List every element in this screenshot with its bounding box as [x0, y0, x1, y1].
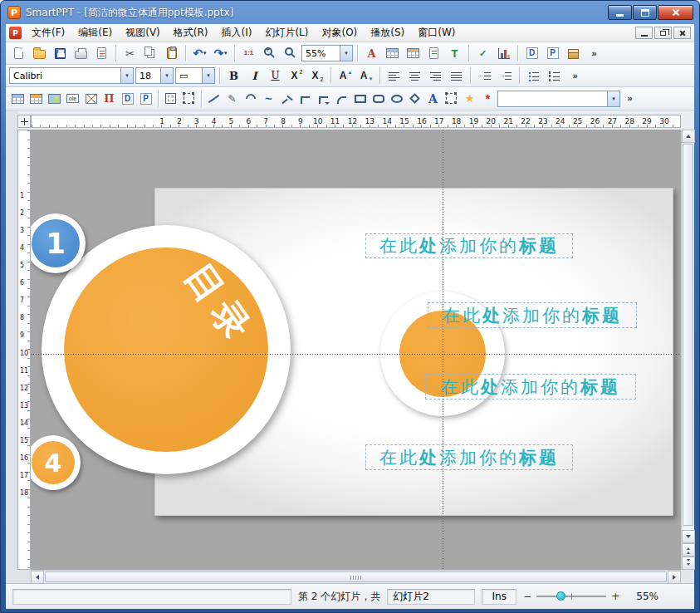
dropdown-arrow-icon[interactable]: ▾: [202, 68, 214, 83]
dropdown-arrow-icon[interactable]: ▾: [120, 68, 133, 83]
title-placeholder-3[interactable]: 在此处添加你的标题: [425, 374, 636, 400]
scroll-up-button[interactable]: [682, 130, 695, 143]
next-slide-button[interactable]: [682, 557, 695, 570]
bullets-button[interactable]: [524, 66, 543, 85]
zoom-in-button[interactable]: [260, 44, 279, 62]
menu-insert[interactable]: 插入(I): [215, 23, 259, 42]
toolbar-overflow-button[interactable]: »: [585, 44, 604, 62]
zoom-slider[interactable]: − +: [523, 591, 629, 602]
text-frame-button[interactable]: Π: [100, 90, 118, 108]
numbering-button[interactable]: [545, 66, 564, 85]
toc-circle-shape[interactable]: 目录: [42, 225, 291, 474]
zoom-out-button[interactable]: [281, 44, 300, 62]
align-right-button[interactable]: [426, 66, 445, 85]
connector-button[interactable]: [296, 90, 314, 108]
art-text-button[interactable]: A: [424, 90, 442, 108]
zoom-slider-track[interactable]: [536, 596, 606, 597]
increase-indent-button[interactable]: [496, 66, 515, 85]
close-button[interactable]: [658, 5, 693, 20]
horizontal-ruler[interactable]: 1234567891011121314151617181920212223242…: [31, 115, 681, 128]
text-tool-button[interactable]: T: [445, 44, 464, 62]
undo-button[interactable]: ↶▾: [190, 44, 209, 62]
scroll-left-button[interactable]: [31, 571, 44, 584]
font-combobox[interactable]: Calibri▾: [9, 67, 134, 84]
star-shape-button[interactable]: ★: [461, 90, 478, 108]
underline-button[interactable]: U: [266, 66, 285, 85]
menu-format[interactable]: 格式(R): [167, 23, 215, 42]
shape-effects-button[interactable]: *: [479, 90, 497, 108]
align-justify-button[interactable]: [447, 66, 466, 85]
layout-button[interactable]: P: [543, 44, 562, 62]
toolbar-overflow-button[interactable]: »: [565, 66, 585, 85]
mdi-close-button[interactable]: [673, 27, 691, 39]
zoom-out-control[interactable]: −: [523, 591, 531, 602]
redo-button[interactable]: ↷▾: [211, 44, 230, 62]
font-size-combobox[interactable]: 18▾: [135, 67, 174, 84]
table-draw-button[interactable]: [9, 90, 27, 108]
d-frame-button[interactable]: D: [119, 90, 136, 108]
freeform-button[interactable]: ✎: [223, 90, 241, 108]
chart-button[interactable]: [494, 44, 513, 62]
zoom-slider-knob[interactable]: [556, 591, 565, 601]
vertical-guide-line[interactable]: [443, 130, 443, 570]
menu-edit[interactable]: 编辑(E): [71, 23, 119, 42]
slide-canvas[interactable]: 目录 1 4 在此处添加你的标题 在此处添加你的标题 在此处添加你的标题 在此处…: [31, 130, 681, 570]
ruler-origin-button[interactable]: [17, 115, 31, 128]
open-button[interactable]: [30, 44, 49, 62]
table-insert-button[interactable]: [27, 90, 45, 108]
superscript-button[interactable]: X: [286, 66, 306, 85]
maximize-button[interactable]: [633, 5, 657, 20]
increase-font-button[interactable]: A: [335, 66, 355, 85]
dropdown-arrow-icon[interactable]: ▾: [160, 68, 173, 83]
arc-button[interactable]: [242, 90, 259, 108]
worksheet-button[interactable]: [404, 44, 423, 62]
zoom-actual-button[interactable]: 1:1: [239, 44, 258, 62]
connector-arrow-button[interactable]: [315, 90, 332, 108]
spellcheck-button[interactable]: ✓: [473, 44, 492, 62]
number-badge-4[interactable]: 4: [31, 435, 81, 490]
scroll-right-button[interactable]: [668, 571, 681, 584]
position-size-button[interactable]: [443, 90, 460, 108]
package-button[interactable]: [564, 44, 583, 62]
horizontal-scrollbar[interactable]: [31, 570, 681, 583]
menu-view[interactable]: 视图(V): [119, 23, 167, 42]
bold-button[interactable]: B: [224, 66, 243, 85]
vertical-scrollbar[interactable]: [681, 130, 694, 570]
menu-slide[interactable]: 幻灯片(L): [258, 23, 315, 42]
design-button[interactable]: D: [522, 44, 541, 62]
crop-frame-button[interactable]: [180, 90, 198, 108]
vertical-ruler[interactable]: 123456789101112131415161718: [17, 130, 31, 570]
zoom-combobox[interactable]: 55%▾: [301, 45, 353, 61]
italic-button[interactable]: I: [245, 66, 264, 85]
copy-button[interactable]: [141, 44, 160, 62]
mdi-restore-button[interactable]: [654, 27, 672, 39]
polygon-button[interactable]: [406, 90, 423, 108]
print-button[interactable]: [71, 44, 91, 62]
insert-picture-button[interactable]: [46, 90, 63, 108]
title-placeholder-4[interactable]: 在此处添加你的标题: [365, 444, 573, 470]
title-placeholder-1[interactable]: 在此处添加你的标题: [365, 233, 573, 258]
paste-button[interactable]: [162, 44, 181, 62]
new-document-button[interactable]: [9, 44, 28, 62]
align-center-button[interactable]: [405, 66, 424, 85]
polyline-button[interactable]: [278, 90, 296, 108]
mdi-minimize-button[interactable]: [635, 27, 653, 39]
decrease-indent-button[interactable]: [475, 66, 494, 85]
frame-button[interactable]: [162, 90, 179, 108]
p-frame-button[interactable]: P: [137, 90, 154, 108]
menu-play[interactable]: 播放(S): [364, 23, 411, 42]
dropdown-arrow-icon[interactable]: ▾: [340, 46, 352, 61]
subscript-button[interactable]: X: [307, 66, 326, 85]
font-color-button[interactable]: A: [362, 44, 381, 62]
table-edit-button[interactable]: [383, 44, 402, 62]
dropdown-arrow-icon[interactable]: ▾: [203, 50, 207, 56]
print-preview-button[interactable]: [92, 44, 111, 62]
vertical-scroll-thumb[interactable]: [683, 144, 693, 526]
curve-button[interactable]: ~: [260, 90, 277, 108]
horizontal-scroll-thumb[interactable]: [45, 571, 667, 582]
ellipse-button[interactable]: [388, 90, 405, 108]
dropdown-arrow-icon[interactable]: ▾: [607, 91, 619, 106]
dropdown-arrow-icon[interactable]: ▾: [224, 50, 228, 56]
scroll-down-button[interactable]: [682, 530, 695, 543]
menu-window[interactable]: 窗口(W): [411, 23, 462, 42]
